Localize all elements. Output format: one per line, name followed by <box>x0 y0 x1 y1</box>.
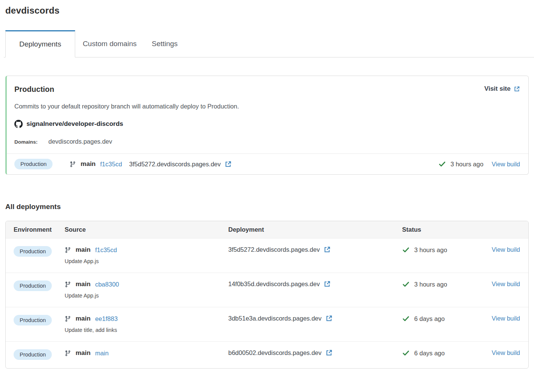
git-branch-icon <box>70 161 76 167</box>
tab-settings-label: Settings <box>152 40 178 48</box>
production-card: Production Visit site Commits to your de… <box>5 76 529 175</box>
deployment-url: 3f5d5272.devdiscords.pages.dev <box>228 246 320 253</box>
view-build-link[interactable]: View build <box>492 349 520 356</box>
tab-bar: Deployments Custom domains Settings <box>4 30 534 57</box>
deployment-url: 3f5d5272.devdiscords.pages.dev <box>129 161 221 168</box>
external-link-icon[interactable] <box>323 246 331 253</box>
column-header-deployment: Deployment <box>228 226 402 233</box>
page-title: devdiscords <box>5 5 529 16</box>
branch-name: main <box>76 280 91 288</box>
branch-name: main <box>80 160 96 168</box>
visit-site-label: Visit site <box>484 85 511 93</box>
environment-badge: Production <box>14 280 52 291</box>
status-time: 6 days ago <box>414 315 445 322</box>
view-build-link[interactable]: View build <box>492 246 520 253</box>
domains-value: devdiscords.pages.dev <box>48 138 112 145</box>
deployments-table: Environment Source Deployment Status Pro… <box>5 221 529 369</box>
status-time: 3 hours ago <box>450 161 483 168</box>
table-row: Production main cba8300 Update App.js 14… <box>6 273 528 307</box>
success-check-icon <box>438 160 446 168</box>
external-link-icon[interactable] <box>325 315 333 322</box>
commit-message: Update App.js <box>65 258 228 264</box>
visit-site-link[interactable]: Visit site <box>484 85 520 93</box>
environment-badge: Production <box>14 315 52 325</box>
view-build-link[interactable]: View build <box>492 161 520 168</box>
success-check-icon <box>402 315 410 322</box>
status-time: 3 hours ago <box>414 281 447 288</box>
git-branch-icon <box>65 247 71 253</box>
all-deployments-title: All deployments <box>5 203 529 211</box>
column-header-environment: Environment <box>6 226 65 233</box>
commit-link[interactable]: cba8300 <box>95 281 119 288</box>
success-check-icon <box>402 280 410 288</box>
git-branch-icon <box>65 316 71 322</box>
github-icon <box>14 120 23 128</box>
external-link-icon <box>514 86 520 92</box>
status-time: 6 days ago <box>414 350 445 357</box>
tab-deployments[interactable]: Deployments <box>5 30 75 57</box>
table-row: Production main main b6d00502.devdiscord… <box>6 341 528 368</box>
success-check-icon <box>402 349 410 357</box>
table-header-row: Environment Source Deployment Status <box>6 221 528 238</box>
domains-label: Domains: <box>14 139 48 145</box>
commit-link[interactable]: f1c35cd <box>95 246 117 254</box>
external-link-icon[interactable] <box>323 280 331 288</box>
commit-link[interactable]: ee1f883 <box>95 315 118 322</box>
git-branch-icon <box>65 281 71 288</box>
success-check-icon <box>402 246 410 254</box>
table-row: Production main f1c35cd Update App.js 3f… <box>6 238 528 273</box>
status-time: 3 hours ago <box>414 246 447 254</box>
branch-name: main <box>76 315 91 322</box>
environment-badge: Production <box>14 349 52 360</box>
commit-link[interactable]: f1c35cd <box>100 161 122 168</box>
tab-custom-domains[interactable]: Custom domains <box>75 30 144 57</box>
production-card-description: Commits to your default repository branc… <box>14 103 520 110</box>
deployment-url: 3db51e3a.devdiscords.pages.dev <box>228 315 322 322</box>
column-header-status: Status <box>402 226 485 233</box>
tab-custom-domains-label: Custom domains <box>83 40 137 48</box>
view-build-link[interactable]: View build <box>492 280 520 287</box>
environment-badge: Production <box>14 246 52 257</box>
commit-message: Update App.js <box>65 293 228 299</box>
table-row: Production main ee1f883 Update title, ad… <box>6 307 528 341</box>
branch-name: main <box>76 349 91 357</box>
deployment-url: b6d00502.devdiscords.pages.dev <box>228 349 322 356</box>
production-deployment-row: Production main f1c35cd 3f5d5272.devdisc… <box>7 153 528 174</box>
external-link-icon[interactable] <box>325 349 333 356</box>
git-branch-icon <box>65 350 71 356</box>
external-link-icon[interactable] <box>224 161 232 168</box>
environment-badge: Production <box>14 159 53 169</box>
repo-link[interactable]: signalnerve/developer-discords <box>26 120 123 128</box>
tab-deployments-label: Deployments <box>19 40 61 48</box>
column-header-source: Source <box>65 226 228 233</box>
tab-settings[interactable]: Settings <box>144 30 185 57</box>
branch-name: main <box>76 246 91 254</box>
deployment-url: 14f0b35d.devdiscords.pages.dev <box>228 280 320 288</box>
commit-link[interactable]: main <box>95 350 109 357</box>
commit-message: Update title, add links <box>65 327 228 333</box>
view-build-link[interactable]: View build <box>492 315 520 322</box>
production-card-title: Production <box>14 85 54 94</box>
